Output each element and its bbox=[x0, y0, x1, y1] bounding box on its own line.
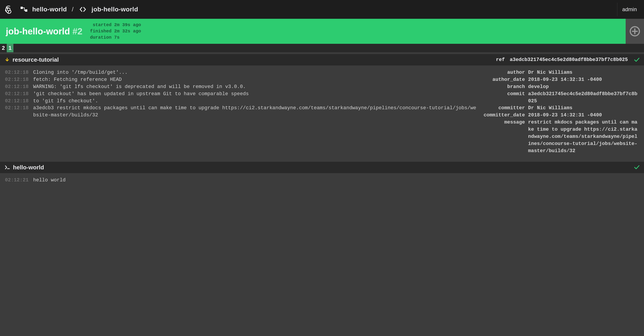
metadata-value: Dr Nic Williams bbox=[528, 105, 639, 112]
build-meta-value: 2m 32s ago bbox=[114, 28, 141, 34]
metadata-value: a3edcb321745ec4c5e2d80adf8bbe37bf7c8b025 bbox=[528, 90, 639, 105]
log-timestamp: 02:12:18 bbox=[5, 83, 29, 90]
build-header: job-hello-world #2 started2m 39s agofini… bbox=[0, 19, 644, 44]
top-bar: hello-world / job-hello-world admin bbox=[0, 0, 644, 19]
log-message: Cloning into '/tmp/build/get'... bbox=[33, 69, 478, 76]
breadcrumb-job-link[interactable]: job-hello-world bbox=[92, 6, 138, 13]
success-check-icon bbox=[634, 165, 640, 169]
step-body: 02:12:18Cloning into '/tmp/build/get'...… bbox=[0, 65, 644, 160]
build-meta-key: finished bbox=[90, 28, 112, 34]
pipeline-icon bbox=[20, 5, 28, 13]
build-step: hello-world02:12:21hello world bbox=[0, 162, 644, 189]
get-icon bbox=[5, 58, 10, 62]
build-tabs: 21 bbox=[0, 44, 644, 52]
metadata-value: develop bbox=[528, 83, 639, 90]
user-menu[interactable]: admin bbox=[622, 6, 639, 12]
terminal-icon bbox=[5, 165, 10, 169]
metadata-key: message bbox=[482, 119, 525, 154]
build-meta-value: 2m 39s ago bbox=[114, 22, 141, 28]
metadata-key: commit bbox=[482, 90, 525, 105]
log-message: hello world bbox=[33, 177, 639, 184]
step-name: resource-tutorial bbox=[12, 56, 59, 63]
concourse-logo-icon[interactable] bbox=[3, 3, 15, 15]
svg-rect-1 bbox=[20, 7, 23, 9]
build-meta-value: 7s bbox=[114, 34, 120, 41]
job-icon bbox=[80, 7, 86, 12]
build-meta: started2m 39s agofinished2m 32s agodurat… bbox=[90, 22, 141, 41]
step-header[interactable]: hello-world bbox=[0, 162, 644, 173]
build-step: resource-tutorialrefa3edcb321745ec4c5e2d… bbox=[0, 54, 644, 160]
metadata-value: 2018-09-23 14:32:31 -0400 bbox=[528, 76, 639, 83]
log-message: 'git checkout' has been updated in upstr… bbox=[33, 90, 478, 98]
build-title: job-hello-world #2 bbox=[6, 26, 82, 36]
log-timestamp: 02:12:18 bbox=[5, 76, 29, 83]
step-ref-value: a3edcb321745ec4c5e2d80adf8bbe37bf7c8b025 bbox=[510, 57, 628, 63]
log-output: 02:12:21hello world bbox=[5, 177, 639, 184]
log-timestamp: 02:12:18 bbox=[5, 98, 29, 105]
metadata-key: author bbox=[482, 69, 525, 76]
log-message: WARNING: 'git lfs checkout' is deprecate… bbox=[33, 83, 478, 90]
build-job-name: job-hello-world bbox=[6, 26, 70, 36]
metadata-key: committer bbox=[482, 105, 525, 112]
breadcrumb: hello-world / job-hello-world bbox=[32, 6, 138, 13]
success-check-icon bbox=[634, 58, 640, 62]
metadata-key: author_date bbox=[482, 76, 525, 83]
metadata-value: 2018-09-23 14:32:31 -0400 bbox=[528, 112, 639, 119]
build-meta-key: duration bbox=[90, 34, 112, 41]
log-message: to 'git lfs checkout'. bbox=[33, 98, 478, 105]
breadcrumb-separator: / bbox=[72, 6, 74, 13]
log-timestamp: 02:12:21 bbox=[5, 177, 29, 184]
step-name: hello-world bbox=[13, 164, 44, 171]
log-timestamp: 02:12:18 bbox=[5, 69, 29, 76]
log-timestamp: 02:12:18 bbox=[5, 90, 29, 98]
resource-metadata: authorDr Nic Williamsauthor_date2018-09-… bbox=[482, 69, 639, 155]
step-body: 02:12:21hello world bbox=[0, 173, 644, 189]
step-ref-label: ref bbox=[496, 57, 505, 63]
metadata-key: branch bbox=[482, 83, 525, 90]
step-header[interactable]: resource-tutorialrefa3edcb321745ec4c5e2d… bbox=[0, 54, 644, 65]
log-output: 02:12:18Cloning into '/tmp/build/get'...… bbox=[5, 69, 478, 155]
svg-rect-2 bbox=[25, 9, 27, 12]
metadata-key: committer_date bbox=[482, 112, 525, 119]
breadcrumb-pipeline-link[interactable]: hello-world bbox=[32, 6, 67, 13]
metadata-value: restrict mkdocs packages until can make … bbox=[528, 119, 639, 154]
log-message: a3edcb3 restrict mkdocs packages until c… bbox=[33, 105, 478, 119]
trigger-build-button[interactable] bbox=[630, 26, 640, 36]
build-number: #2 bbox=[72, 26, 82, 36]
build-tab[interactable]: 1 bbox=[7, 44, 14, 52]
log-message: fetch: Fetching reference HEAD bbox=[33, 76, 478, 83]
log-timestamp: 02:12:18 bbox=[5, 105, 29, 119]
build-meta-key: started bbox=[90, 22, 112, 28]
metadata-value: Dr Nic Williams bbox=[528, 69, 639, 76]
build-tab[interactable]: 2 bbox=[0, 44, 7, 52]
trigger-build-panel bbox=[626, 19, 644, 44]
